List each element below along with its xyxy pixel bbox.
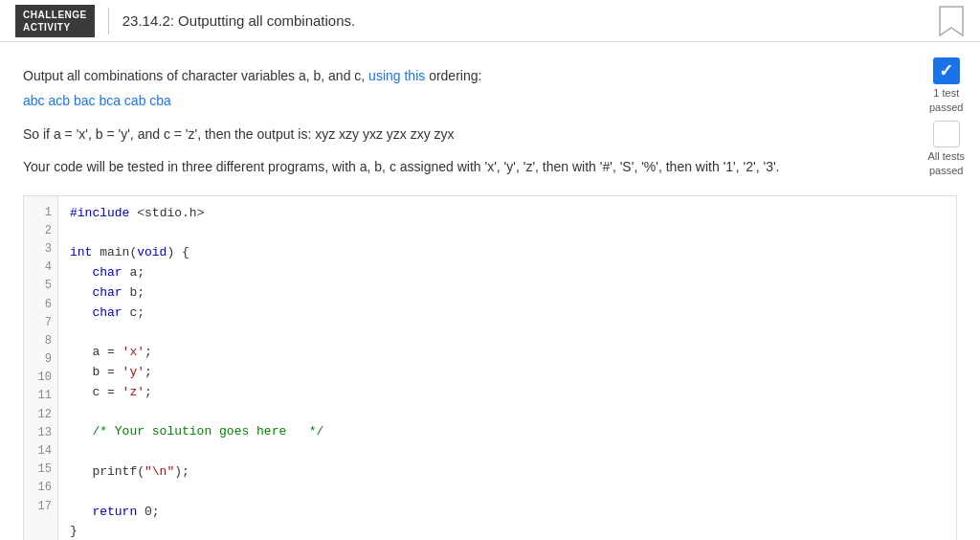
- code-body[interactable]: #include <stdio.h> int main(void) { char…: [58, 196, 956, 540]
- test1-status: ✓ 1 test passed: [929, 57, 963, 113]
- test1-sublabel: passed: [929, 101, 963, 113]
- check-icon-empty: [933, 121, 960, 147]
- test2-label: All tests: [927, 150, 965, 162]
- right-panel: ✓ 1 test passed All tests passed: [927, 57, 965, 176]
- page-title: 23.14.2: Outputting all combinations.: [122, 12, 938, 29]
- desc-line1: Output all combinations of character var…: [23, 65, 957, 112]
- header-divider: [108, 8, 109, 34]
- description-block: Output all combinations of character var…: [23, 65, 957, 178]
- test2-status: All tests passed: [927, 121, 965, 176]
- desc-line3: Your code will be tested in three differ…: [23, 156, 957, 177]
- test1-label: 1 test: [933, 87, 959, 99]
- main-content: Output all combinations of character var…: [0, 42, 980, 540]
- check-icon-filled: ✓: [933, 57, 960, 84]
- header: CHALLENGE ACTIVITY 23.14.2: Outputting a…: [0, 0, 980, 42]
- test2-sublabel: passed: [929, 165, 963, 176]
- challenge-badge: CHALLENGE ACTIVITY: [15, 5, 95, 37]
- code-editor: 1 2 3 4 5 6 7 8 9 10 11 12 13 14 15 16 1…: [23, 195, 957, 540]
- desc-line2: So if a = 'x', b = 'y', and c = 'z', the…: [23, 124, 957, 145]
- bookmark-icon[interactable]: [938, 5, 965, 37]
- line-numbers: 1 2 3 4 5 6 7 8 9 10 11 12 13 14 15 16 1…: [24, 196, 58, 540]
